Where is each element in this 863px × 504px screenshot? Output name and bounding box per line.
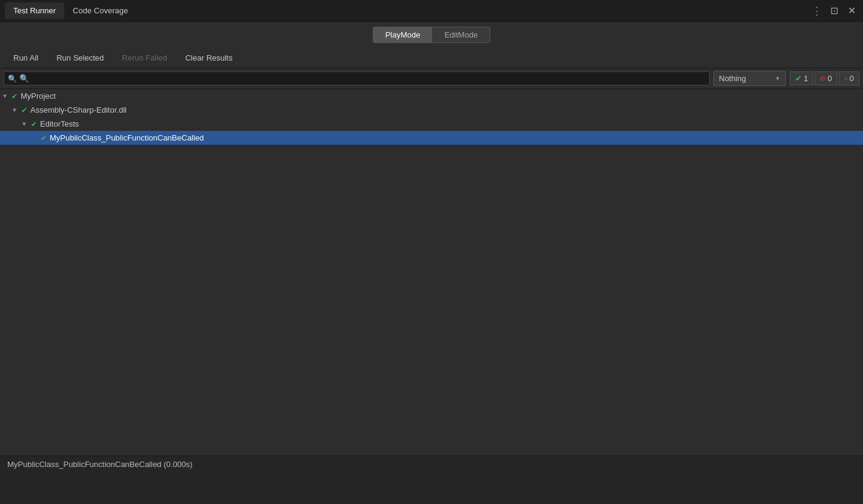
- test-tree: ▼✔MyProject▼✔Assembly-CSharp-Editor.dll▼…: [0, 89, 863, 456]
- pass-counter: ✔ 1: [790, 71, 813, 85]
- skip-counter: ○ 0: [839, 71, 859, 85]
- search-wrap: 🔍: [4, 71, 710, 85]
- mode-toggle: PlayMode EditMode: [373, 27, 491, 43]
- run-selected-button[interactable]: Run Selected: [48, 50, 112, 65]
- test-status-icon: ✔: [10, 92, 19, 101]
- clear-results-button[interactable]: Clear Results: [177, 50, 241, 65]
- minimize-button[interactable]: ⊡: [828, 5, 841, 17]
- status-counters: ✔ 1 ⊘ 0 ○ 0: [790, 71, 859, 85]
- status-text: MyPublicClass_PublicFunctionCanBeCalled …: [7, 460, 193, 469]
- test-status-icon: ✔: [19, 106, 29, 114]
- tree-arrow[interactable]: ▼: [10, 107, 19, 113]
- status-bar: MyPublicClass_PublicFunctionCanBeCalled …: [0, 456, 863, 504]
- title-bar: Test Runner Code Coverage ⋮ ⊡ ✕: [0, 0, 863, 22]
- close-button[interactable]: ✕: [845, 5, 858, 17]
- main-window: Test Runner Code Coverage ⋮ ⊡ ✕ PlayMode…: [0, 0, 863, 504]
- dropdown-arrow-icon: ▼: [775, 75, 781, 82]
- tree-item-label: Assembly-CSharp-Editor.dll: [30, 105, 127, 114]
- run-all-button[interactable]: Run All: [5, 50, 47, 65]
- filter-dropdown-label: Nothing: [719, 74, 772, 83]
- tree-item-editor-tests[interactable]: ▼✔EditorTests: [0, 117, 863, 131]
- tree-item-my-project[interactable]: ▼✔MyProject: [0, 89, 863, 103]
- tab-code-coverage[interactable]: Code Coverage: [64, 2, 136, 19]
- tree-item-assembly-csharp-editor[interactable]: ▼✔Assembly-CSharp-Editor.dll: [0, 103, 863, 117]
- fail-count: 0: [827, 74, 831, 83]
- mode-bar: PlayMode EditMode: [0, 22, 863, 48]
- skip-icon: ○: [844, 75, 848, 82]
- title-bar-controls: ⋮ ⊡ ✕: [811, 4, 858, 18]
- test-status-icon: ✔: [29, 120, 39, 128]
- skip-count: 0: [850, 74, 854, 83]
- filter-dropdown[interactable]: Nothing ▼: [713, 71, 786, 86]
- tree-item-label: MyProject: [21, 91, 56, 101]
- fail-icon: ⊘: [820, 75, 825, 82]
- pass-icon: ✔: [795, 74, 802, 83]
- more-options-icon[interactable]: ⋮: [811, 4, 823, 18]
- test-status-icon: ✔: [39, 134, 48, 142]
- search-icon: 🔍: [8, 75, 17, 83]
- tree-arrow[interactable]: ▼: [19, 121, 29, 127]
- pass-count: 1: [804, 74, 808, 83]
- tree-item-label: EditorTests: [40, 119, 79, 128]
- filter-bar: 🔍 Nothing ▼ ✔ 1 ⊘ 0 ○ 0: [0, 68, 863, 89]
- tree-item-my-public-class-test[interactable]: ✔MyPublicClass_PublicFunctionCanBeCalled: [0, 131, 863, 145]
- tab-test-runner[interactable]: Test Runner: [5, 2, 64, 19]
- tree-item-label: MyPublicClass_PublicFunctionCanBeCalled: [50, 133, 204, 142]
- editmode-button[interactable]: EditMode: [432, 27, 490, 42]
- rerun-failed-button[interactable]: Rerun Failed: [113, 50, 175, 65]
- search-input[interactable]: [19, 74, 705, 83]
- playmode-button[interactable]: PlayMode: [373, 27, 433, 42]
- fail-counter: ⊘ 0: [815, 71, 837, 85]
- action-bar: Run All Run Selected Rerun Failed Clear …: [0, 48, 863, 68]
- tree-arrow[interactable]: ▼: [0, 93, 10, 99]
